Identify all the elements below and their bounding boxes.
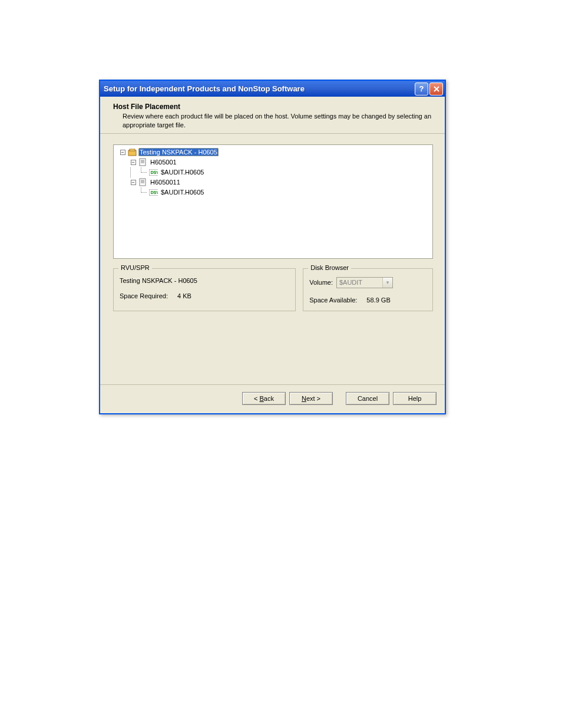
tree-node[interactable]: − H605001 — [117, 157, 429, 167]
tree-label[interactable]: H605001 — [149, 158, 178, 166]
tree-label[interactable]: H6050011 — [149, 178, 181, 186]
tree-label[interactable]: $AUDIT.H0605 — [160, 188, 205, 196]
space-required-label: Space Required: — [120, 292, 168, 299]
dialog-title: Setup for Independent Products and NonSt… — [104, 84, 415, 93]
expander-icon[interactable]: − — [131, 180, 136, 185]
page-title: Host File Placement — [113, 103, 432, 111]
back-button[interactable]: < Back — [242, 392, 286, 405]
file-icon — [138, 178, 147, 186]
volume-select[interactable]: $AUDIT ▼ — [336, 277, 393, 288]
help-button[interactable]: Help — [393, 392, 437, 405]
cancel-button[interactable]: Cancel — [346, 392, 389, 405]
space-available-label: Space Available: — [309, 297, 357, 304]
tree-label[interactable]: Testing NSKPACK - H0605 — [138, 148, 219, 156]
button-bar: < Back Next > Cancel Help — [100, 384, 445, 413]
close-icon — [434, 86, 439, 92]
rvu-spr-legend: RVU/SPR — [118, 264, 152, 271]
wizard-dialog: Setup for Independent Products and NonSt… — [99, 80, 446, 414]
tree-node[interactable]: − H6050011 — [117, 177, 429, 187]
disk-browser-panel: Disk Browser Volume: $AUDIT ▼ Space Avai… — [303, 268, 433, 311]
package-icon — [128, 148, 137, 156]
rvu-spr-name: Testing NSKPACK - H0605 — [120, 277, 197, 284]
space-available-value: 58.9 GB — [366, 297, 390, 304]
chevron-down-icon: ▼ — [382, 278, 392, 288]
svg-text:DSV: DSV — [151, 190, 158, 195]
next-button[interactable]: Next > — [289, 392, 333, 405]
rvu-spr-panel: RVU/SPR Testing NSKPACK - H0605 Space Re… — [113, 268, 296, 311]
expander-icon[interactable]: − — [120, 150, 125, 155]
file-icon — [138, 158, 147, 166]
titlebar-close-button[interactable] — [429, 83, 443, 95]
expander-icon[interactable]: − — [131, 160, 136, 165]
tree-label[interactable]: $AUDIT.H0605 — [160, 168, 205, 176]
tree-node[interactable]: DSV $AUDIT.H0605 — [117, 187, 429, 197]
titlebar-help-button[interactable]: ? — [415, 83, 428, 95]
titlebar: Setup for Independent Products and NonSt… — [100, 81, 445, 97]
svg-rect-8 — [140, 179, 146, 186]
page-description: Review where each product file will be p… — [123, 112, 432, 130]
dsv-icon: DSV — [149, 188, 158, 196]
tree-node-root[interactable]: − Testing NSKPACK - H0605 — [117, 147, 429, 157]
disk-browser-legend: Disk Browser — [308, 264, 351, 271]
wizard-header: Host File Placement Review where each pr… — [100, 97, 445, 134]
svg-rect-2 — [140, 159, 146, 166]
tree-node[interactable]: DSV $AUDIT.H0605 — [117, 167, 429, 177]
file-tree[interactable]: − Testing NSKPACK - H0605 − H605001 — [113, 144, 433, 259]
svg-text:DSV: DSV — [151, 170, 158, 174]
space-required-value: 4 KB — [177, 292, 191, 299]
volume-select-value: $AUDIT — [337, 279, 382, 286]
dsv-icon: DSV — [149, 168, 158, 176]
volume-label: Volume: — [309, 279, 333, 286]
svg-rect-1 — [130, 149, 135, 151]
